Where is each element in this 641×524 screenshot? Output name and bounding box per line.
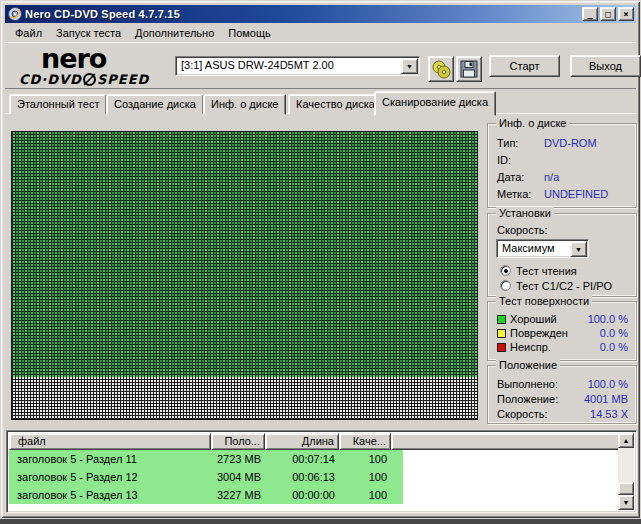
settings-group: Установки Скорость: Максимум ▼ Тест чтен…: [487, 213, 637, 297]
disc-info-group: Инф. о диске Тип:DVD-ROM ID: Дата:n/a Ме…: [487, 123, 637, 208]
table-cell: 100: [339, 471, 391, 483]
radio-icon[interactable]: [500, 265, 511, 276]
damaged-label: Поврежден: [510, 327, 568, 339]
table-cell: 100: [339, 489, 391, 501]
c1c2-test-radio[interactable]: Тест C1/C2 - PI/PO: [488, 278, 636, 293]
close-button[interactable]: ×: [618, 7, 634, 21]
table-row[interactable]: заголовок 5 - Раздел 123004 MB00:06:1310…: [9, 468, 403, 486]
tab-create-disc[interactable]: Создание диска: [106, 94, 204, 115]
app-window: Nero CD-DVD Speed 4.7.7.15 _ □ × Файл За…: [0, 0, 641, 519]
tab-scan-disc[interactable]: Сканирование диска: [374, 91, 496, 116]
settings-title: Установки: [496, 207, 554, 219]
nero-logo-cddvd: CD·DVD: [19, 73, 82, 86]
file-list: файл Поло... Длина Каче... заголовок 5 -…: [6, 430, 637, 513]
speed-x-value: 14.53 X: [590, 408, 628, 420]
table-row[interactable]: заголовок 5 - Раздел 133227 MB00:00:0010…: [9, 486, 403, 504]
disc-id-label: ID:: [497, 154, 544, 166]
chevron-down-icon[interactable]: ▼: [401, 58, 418, 74]
desktop-edge: [0, 519, 641, 524]
position-value: 4001 MB: [584, 393, 628, 405]
menubar: Файл Запуск теста Дополнительно Помощь: [5, 24, 636, 42]
speed-label: Скорость:: [488, 224, 636, 238]
table-cell: заголовок 5 - Раздел 11: [9, 453, 211, 465]
floppy-save-icon: [460, 60, 478, 78]
speed-select-value: Максимум: [497, 240, 569, 257]
table-cell: 00:07:14: [265, 453, 339, 465]
read-test-radio-label: Тест чтения: [516, 265, 577, 277]
surface-test-title: Тест поверхности: [496, 295, 592, 307]
menu-help[interactable]: Помощь: [221, 25, 278, 41]
discs-icon: [431, 59, 451, 79]
scrollbar-thumb[interactable]: [618, 482, 634, 495]
scroll-up-icon[interactable]: ▲: [618, 433, 634, 448]
nero-logo-disc-icon: [83, 73, 96, 86]
disc-date-value: n/a: [544, 171, 559, 183]
tabstrip: Эталонный тест Создание диска Инф. о дис…: [5, 91, 636, 115]
disc-type-value: DVD-ROM: [544, 137, 597, 149]
eject-discs-button[interactable]: [428, 56, 454, 82]
column-header-position[interactable]: Поло...: [211, 433, 265, 450]
damaged-value: 0.0 %: [600, 327, 628, 339]
tab-disc-quality[interactable]: Качество диска: [288, 94, 383, 115]
toolbar: nero CD·DVD SPEED [3:1] ASUS DRW-24D5MT …: [5, 42, 636, 89]
surface-test-group: Тест поверхности Хороший100.0 % Поврежде…: [487, 301, 637, 361]
table-cell: 3227 MB: [211, 489, 265, 501]
disc-label-value: UNDEFINED: [544, 188, 608, 200]
table-cell: 00:00:00: [265, 489, 339, 501]
chevron-down-icon[interactable]: ▼: [570, 241, 587, 257]
menu-file[interactable]: Файл: [8, 25, 49, 41]
titlebar[interactable]: Nero CD-DVD Speed 4.7.7.15 _ □ ×: [5, 5, 636, 23]
table-row[interactable]: заголовок 5 - Раздел 112723 MB00:07:1410…: [9, 450, 403, 468]
good-value: 100.0 %: [588, 313, 628, 325]
speed-select[interactable]: Максимум ▼: [496, 239, 589, 258]
exit-button[interactable]: Выход: [570, 55, 641, 77]
good-label: Хороший: [510, 313, 557, 325]
table-cell: 00:06:13: [265, 471, 339, 483]
drive-select[interactable]: [3:1] ASUS DRW-24D5MT 2.00 ▼: [175, 56, 420, 76]
c1c2-test-radio-label: Тест C1/C2 - PI/PO: [516, 280, 612, 292]
done-value: 100.0 %: [588, 378, 628, 390]
scan-grid-untested-region: [12, 377, 477, 419]
column-header-file[interactable]: файл: [9, 433, 211, 450]
disc-info-title: Инф. о диске: [496, 117, 569, 129]
column-header-quality[interactable]: Каче...: [339, 433, 391, 450]
nero-logo-wordmark: nero: [19, 45, 184, 72]
damaged-swatch-icon: [497, 329, 506, 338]
unreadable-label: Неиспр.: [510, 341, 551, 353]
position-group: Положение Выполнено:100.0 % Положение:40…: [487, 365, 637, 424]
nero-logo-speed: SPEED: [97, 73, 149, 86]
table-cell: 3004 MB: [211, 471, 265, 483]
column-header-filler: [391, 433, 634, 450]
surface-scan-grid: [11, 131, 478, 420]
start-button[interactable]: Старт: [489, 55, 560, 77]
position-title: Положение: [496, 359, 560, 371]
radio-icon[interactable]: [500, 280, 511, 291]
position-label: Положение:: [497, 393, 558, 405]
tab-disc-info[interactable]: Инф. о диске: [203, 94, 286, 115]
table-cell: 2723 MB: [211, 453, 265, 465]
disc-type-label: Тип:: [497, 137, 544, 149]
save-button[interactable]: [456, 56, 482, 82]
menu-run-test[interactable]: Запуск теста: [49, 25, 128, 41]
good-swatch-icon: [497, 315, 506, 324]
read-test-radio[interactable]: Тест чтения: [488, 263, 636, 278]
column-header-length[interactable]: Длина: [265, 433, 339, 450]
file-list-header: файл Поло... Длина Каче...: [9, 433, 634, 450]
minimize-button[interactable]: _: [582, 7, 598, 21]
nero-logo: nero CD·DVD SPEED: [19, 45, 184, 86]
file-table-rows: заголовок 5 - Раздел 112723 MB00:07:1410…: [9, 450, 634, 504]
speed-x-label: Скорость:: [497, 408, 548, 420]
unreadable-swatch-icon: [497, 343, 506, 352]
tab-benchmark[interactable]: Эталонный тест: [9, 94, 107, 115]
file-list-scrollbar[interactable]: ▲ ▼: [618, 433, 634, 510]
maximize-button[interactable]: □: [600, 7, 616, 21]
scroll-down-icon[interactable]: ▼: [618, 495, 634, 510]
window-title: Nero CD-DVD Speed 4.7.7.15: [25, 8, 180, 20]
unreadable-value: 0.0 %: [600, 341, 628, 353]
disc-date-label: Дата:: [497, 171, 544, 183]
scan-grid-good-region: [12, 132, 477, 378]
menu-extra[interactable]: Дополнительно: [128, 25, 221, 41]
table-cell: заголовок 5 - Раздел 12: [9, 471, 211, 483]
table-cell: заголовок 5 - Раздел 13: [9, 489, 211, 501]
table-cell: 100: [339, 453, 391, 465]
